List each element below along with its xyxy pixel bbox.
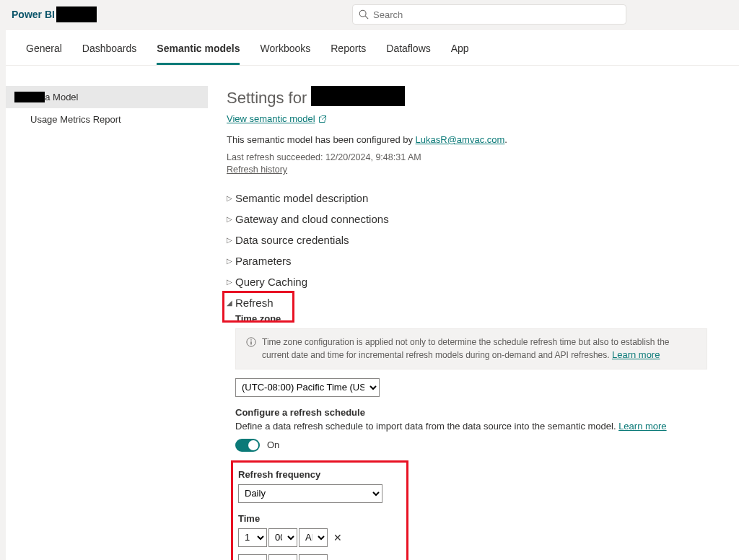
settings-tabs: General Dashboards Semantic models Workb… <box>6 30 739 66</box>
accordion-parameters[interactable]: ▷Parameters <box>227 250 725 271</box>
svg-point-3 <box>250 339 252 341</box>
view-semantic-model-link[interactable]: View semantic model <box>227 113 315 124</box>
tab-semantic-models[interactable]: Semantic models <box>157 38 240 65</box>
sidebar-item-usage-metrics[interactable]: Usage Metrics Report <box>6 108 208 131</box>
timezone-label: Time zone <box>235 313 725 324</box>
page-title: Settings for <box>227 89 307 108</box>
top-header: Power BI <box>0 0 739 29</box>
schedule-toggle[interactable] <box>235 439 260 452</box>
chevron-right-icon: ▷ <box>227 236 232 244</box>
search-icon <box>359 9 369 19</box>
external-link-icon <box>318 115 327 123</box>
global-search[interactable] <box>352 4 626 25</box>
frequency-label: Refresh frequency <box>238 469 722 480</box>
timezone-select[interactable]: (UTC-08:00) Pacific Time (US and Canada) <box>235 378 380 397</box>
redacted-block <box>14 92 45 102</box>
search-input[interactable] <box>373 9 620 20</box>
chevron-right-icon: ▷ <box>227 194 232 202</box>
accordion-gateway[interactable]: ▷Gateway and cloud connections <box>227 209 725 229</box>
sidebar-item-data-model[interactable]: Data Model <box>6 86 208 108</box>
app-logo-text: Power BI <box>12 9 55 20</box>
schedule-title: Configure a refresh schedule <box>235 407 725 418</box>
remove-time-button[interactable]: ✕ <box>329 532 346 543</box>
hour-select[interactable]: 1 <box>238 528 267 547</box>
time-row: 1 00 AM ✕ <box>238 528 722 547</box>
svg-line-1 <box>365 16 368 19</box>
time-row: 1 00 AM ✕ <box>238 554 722 560</box>
redacted-block <box>311 86 405 106</box>
dataset-sidebar: Data Model Usage Metrics Report <box>6 66 208 560</box>
refresh-history-link[interactable]: Refresh history <box>227 165 287 175</box>
last-refresh-text: Last refresh succeeded: 12/20/2024, 9:48… <box>227 152 725 162</box>
info-icon <box>246 337 256 347</box>
redacted-block <box>56 6 97 22</box>
chevron-down-icon: ◢ <box>227 299 232 307</box>
settings-panel: Settings for View semantic model This se… <box>208 66 739 560</box>
chevron-right-icon: ▷ <box>227 278 232 286</box>
tab-reports[interactable]: Reports <box>331 38 366 65</box>
timezone-info-box: Time zone configuration is applied not o… <box>235 328 707 369</box>
accordion-description[interactable]: ▷Semantic model description <box>227 188 725 209</box>
chevron-right-icon: ▷ <box>227 215 232 223</box>
frequency-select[interactable]: Daily <box>238 484 382 503</box>
tab-workbooks[interactable]: Workbooks <box>260 38 310 65</box>
schedule-description: Define a data refresh schedule to import… <box>235 421 725 432</box>
svg-point-0 <box>359 10 366 17</box>
ampm-select[interactable]: AM <box>299 528 328 547</box>
tab-dashboards[interactable]: Dashboards <box>82 38 137 65</box>
time-label: Time <box>238 513 722 524</box>
chevron-right-icon: ▷ <box>227 257 232 265</box>
minute-select[interactable]: 00 <box>268 528 297 547</box>
minute-select[interactable]: 00 <box>268 554 297 560</box>
accordion-caching[interactable]: ▷Query Caching <box>227 271 725 292</box>
sidebar-item-label: Usage Metrics Report <box>30 114 121 125</box>
schedule-learn-more-link[interactable]: Learn more <box>618 421 666 432</box>
hour-select[interactable]: 1 <box>238 554 267 560</box>
accordion-refresh[interactable]: ◢Refresh <box>227 292 725 313</box>
tab-dataflows[interactable]: Dataflows <box>386 38 430 65</box>
configured-by-email-link[interactable]: LukasR@amvac.com <box>416 134 505 145</box>
configured-by-text: This semantic model has been configured … <box>227 134 725 145</box>
ampm-select[interactable]: AM <box>299 554 328 560</box>
content-area: General Dashboards Semantic models Workb… <box>6 29 739 560</box>
tab-general[interactable]: General <box>26 38 62 65</box>
toggle-state-label: On <box>267 439 279 450</box>
tab-app[interactable]: App <box>451 38 469 65</box>
accordion-credentials[interactable]: ▷Data source credentials <box>227 229 725 250</box>
timezone-learn-more-link[interactable]: Learn more <box>612 349 660 360</box>
